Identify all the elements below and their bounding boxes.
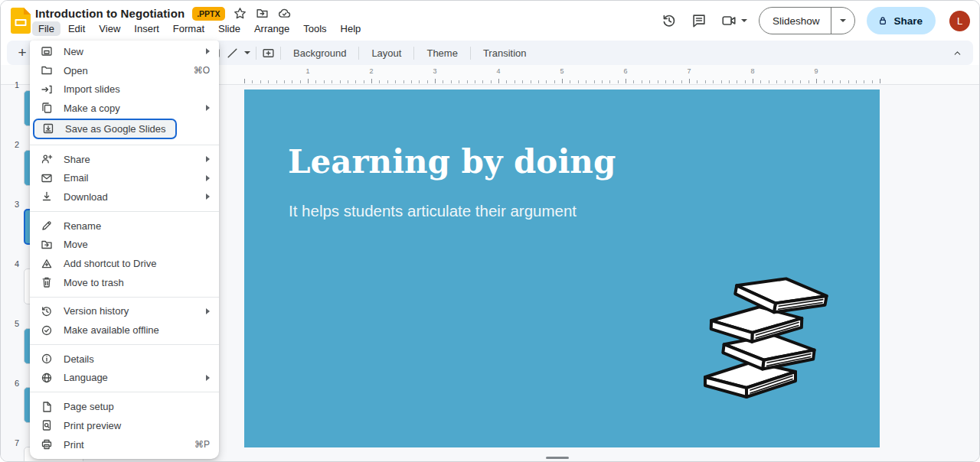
- toolbar-layout-button[interactable]: Layout: [364, 44, 408, 63]
- toolbar-separator: [280, 47, 281, 60]
- copy-icon: [41, 102, 53, 114]
- slide-subtitle-text[interactable]: It helps students articulate their argum…: [289, 202, 577, 220]
- toolbar-background-button[interactable]: Background: [286, 44, 353, 63]
- menu-item-version-history[interactable]: Version history: [30, 302, 219, 321]
- folder-open-icon: [41, 64, 53, 76]
- ruler-tick: [371, 79, 372, 83]
- ruler-tick: [538, 80, 539, 83]
- submenu-arrow-icon: [206, 308, 210, 314]
- menu-item-print-preview[interactable]: Print preview: [30, 416, 219, 435]
- toolbar-theme-button[interactable]: Theme: [420, 44, 464, 63]
- lock-icon: [877, 15, 888, 26]
- ruler-tick: [737, 80, 737, 83]
- ruler-tick: [308, 79, 309, 83]
- menubar-tools[interactable]: Tools: [297, 21, 332, 36]
- menubar-arrange[interactable]: Arrange: [248, 21, 296, 36]
- ruler-tick: [713, 80, 714, 83]
- menubar-help[interactable]: Help: [335, 21, 368, 36]
- info-icon: [41, 353, 53, 365]
- ruler-tick: [816, 79, 817, 83]
- chevron-down-icon[interactable]: [244, 51, 250, 54]
- menu-item-label: Make a copy: [64, 102, 197, 114]
- line-tool-icon[interactable]: [226, 47, 239, 60]
- move-folder-icon[interactable]: [255, 6, 270, 21]
- star-icon[interactable]: [233, 6, 247, 21]
- ruler-tick: [609, 80, 610, 83]
- menubar-slide[interactable]: Slide: [212, 21, 247, 36]
- toolbar-separator: [413, 47, 414, 60]
- ruler-tick: [753, 79, 753, 83]
- menu-item-language[interactable]: Language: [30, 369, 219, 388]
- menu-item-page-setup[interactable]: Page setup: [30, 397, 219, 416]
- ruler-tick: [514, 80, 515, 83]
- menu-item-add-shortcut-to-drive[interactable]: Add shortcut to Drive: [30, 254, 219, 273]
- ruler-tick: [435, 79, 436, 83]
- menu-item-email[interactable]: Email: [30, 168, 219, 187]
- menu-item-make-available-offline[interactable]: Make available offline: [30, 320, 219, 340]
- ruler-tick: [491, 80, 492, 83]
- menu-item-label: Add shortcut to Drive: [64, 258, 210, 269]
- meet-camera-button[interactable]: [720, 11, 747, 30]
- cloud-saved-icon[interactable]: [277, 6, 292, 21]
- ruler-tick: [633, 80, 634, 83]
- ruler-tick: [300, 80, 301, 83]
- notes-resize-handle[interactable]: [546, 457, 569, 459]
- ruler-tick: [284, 80, 285, 83]
- menu-item-import-slides[interactable]: Import slides: [30, 80, 219, 99]
- title-row: Introduction to Negotiation .PPTX: [35, 6, 292, 21]
- menubar-insert[interactable]: Insert: [128, 21, 165, 36]
- version-history-icon[interactable]: [660, 11, 678, 30]
- toolbar-transition-button[interactable]: Transition: [476, 44, 534, 63]
- menu-item-label: Print preview: [64, 420, 210, 431]
- comments-icon[interactable]: [690, 11, 708, 30]
- ruler-tick: [427, 80, 428, 83]
- menu-item-rename[interactable]: Rename: [30, 216, 219, 236]
- ruler-tick: [586, 80, 586, 83]
- menu-item-new[interactable]: New: [30, 42, 219, 61]
- submenu-arrow-icon: [206, 156, 210, 162]
- ruler-tick: [872, 80, 873, 83]
- ruler-tick: [721, 80, 722, 83]
- ruler-tick: [268, 80, 269, 83]
- ruler-tick: [649, 80, 650, 83]
- save-gslides-icon: [42, 122, 54, 135]
- menubar-view[interactable]: View: [93, 21, 126, 36]
- slide-title-text[interactable]: Learning by doing: [288, 143, 616, 181]
- slideshow-dropdown-button[interactable]: [831, 8, 854, 34]
- menu-item-move[interactable]: Move: [30, 236, 219, 255]
- ruler-tick: [618, 80, 619, 83]
- ruler-tick: [697, 80, 697, 83]
- insert-placeholder-icon[interactable]: [262, 47, 275, 60]
- menu-separator: [30, 344, 219, 345]
- menu-item-print[interactable]: Print⌘P: [30, 435, 219, 454]
- document-title[interactable]: Introduction to Negotiation: [35, 7, 185, 20]
- menu-item-make-a-copy[interactable]: Make a copy: [30, 99, 219, 118]
- avatar[interactable]: L: [949, 11, 970, 31]
- menubar-file[interactable]: File: [32, 21, 60, 36]
- ruler-tick: [546, 80, 547, 83]
- ruler-tick: [824, 80, 825, 83]
- share-button[interactable]: Share: [867, 7, 936, 34]
- file-menu: NewOpen⌘OImport slidesMake a copySave as…: [30, 41, 219, 459]
- books-stack-image[interactable]: [693, 272, 846, 408]
- ruler-tick: [443, 80, 443, 83]
- menu-item-label: Open: [64, 65, 185, 76]
- toolbar-separator: [256, 47, 256, 60]
- submenu-arrow-icon: [206, 375, 210, 381]
- slideshow-button[interactable]: Slideshow: [760, 8, 831, 34]
- menu-item-details[interactable]: Details: [30, 350, 219, 369]
- collapse-toolbar-button[interactable]: [946, 41, 969, 65]
- menu-item-label: Download: [64, 191, 197, 203]
- menu-item-save-as-google-slides[interactable]: Save as Google Slides: [30, 118, 219, 140]
- email-icon: [41, 172, 53, 184]
- menubar-edit[interactable]: Edit: [62, 21, 91, 36]
- menu-item-label: Details: [64, 353, 210, 365]
- header-right-controls: Slideshow Share L: [660, 1, 970, 41]
- menu-item-move-to-trash[interactable]: Move to trash: [30, 273, 219, 292]
- menu-item-open[interactable]: Open⌘O: [30, 61, 219, 80]
- slides-logo-icon[interactable]: [11, 8, 31, 34]
- menu-item-download[interactable]: Download: [30, 187, 219, 207]
- menu-item-share[interactable]: Share: [30, 150, 219, 169]
- ruler-tick: [459, 80, 459, 83]
- menubar-format[interactable]: Format: [167, 21, 211, 36]
